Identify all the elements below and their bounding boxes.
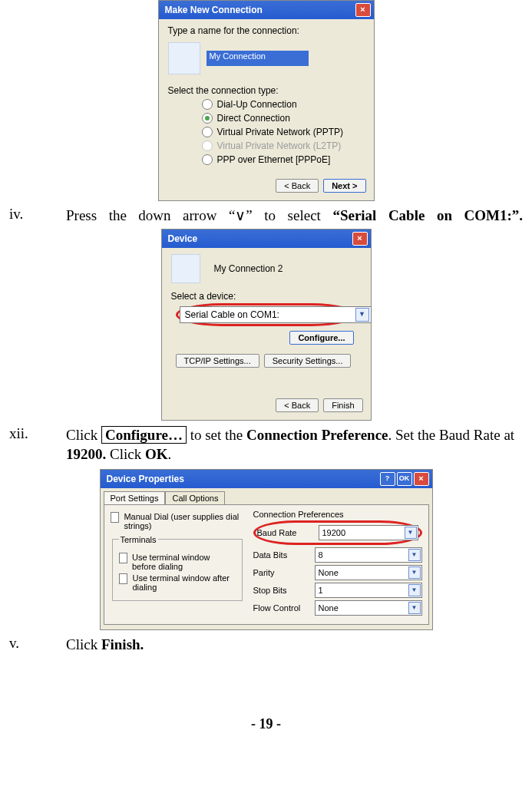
text: Press the down arrow “ xyxy=(66,207,235,223)
text: ” to select xyxy=(246,207,332,223)
tab-port-settings[interactable]: Port Settings xyxy=(104,491,166,504)
text-bold: Connection Preference xyxy=(246,427,388,443)
combo-value: None xyxy=(319,568,339,577)
tcpip-settings-button[interactable]: TCP/IP Settings... xyxy=(176,354,259,368)
close-icon[interactable]: × xyxy=(414,472,429,486)
text-bold: 19200. xyxy=(66,446,106,462)
instruction-step-v: v. Click Finish. xyxy=(9,635,523,655)
dialog-title: Make New Connection xyxy=(165,5,263,15)
device-properties-dialog: Device Properties ? OK × Port Settings C… xyxy=(100,469,433,630)
checkbox-icon xyxy=(111,512,120,523)
radio-label: Dial-Up Connection xyxy=(217,99,297,110)
connection-name-label: My Connection 2 xyxy=(214,263,283,274)
tab-call-options[interactable]: Call Options xyxy=(165,491,225,504)
back-button[interactable]: < Back xyxy=(276,398,319,412)
data-bits-combobox[interactable]: 8 ▼ xyxy=(315,547,422,563)
radio-vpn-l2tp: Virtual Private Network (L2TP) xyxy=(202,140,365,151)
combo-value: None xyxy=(319,603,339,613)
close-icon[interactable]: × xyxy=(352,232,368,246)
instruction-step-xii: xii. Click Configure… to set the Connect… xyxy=(9,425,523,464)
down-arrow-icon: ∨ xyxy=(235,207,246,223)
parity-label: Parity xyxy=(253,568,307,577)
chevron-down-icon[interactable]: ▼ xyxy=(408,584,421,596)
prompt-type-label: Select the connection type: xyxy=(168,85,365,96)
radio-label: Virtual Private Network (PPTP) xyxy=(217,127,344,137)
highlight-oval: Baud Rate 19200 ▼ xyxy=(253,520,422,545)
combo-value: 19200 xyxy=(322,528,346,537)
text: Click xyxy=(106,446,145,462)
checkbox-label: Use terminal window before dialing xyxy=(132,553,236,571)
connection-preferences-legend: Connection Preferences xyxy=(253,510,422,519)
chevron-down-icon[interactable]: ▼ xyxy=(405,527,417,539)
highlight-oval: Serial Cable on COM1: ▼ xyxy=(176,303,357,326)
prompt-name-label: Type a name for the connection: xyxy=(168,25,365,36)
configure-text-framed: Configure… xyxy=(101,426,187,444)
connection-name-input[interactable]: My Connection xyxy=(207,51,309,66)
ok-button[interactable]: OK xyxy=(397,472,412,486)
flow-control-label: Flow Control xyxy=(253,603,307,613)
close-icon[interactable]: × xyxy=(355,3,371,17)
device-combobox[interactable]: Serial Cable on COM1: ▼ xyxy=(180,306,372,323)
help-icon[interactable]: ? xyxy=(380,472,395,486)
checkbox-icon xyxy=(119,573,128,584)
combo-value: 8 xyxy=(319,550,323,560)
radio-label: PPP over Ethernet [PPPoE] xyxy=(217,154,331,165)
back-button[interactable]: < Back xyxy=(276,179,319,193)
text-bold: Finish. xyxy=(101,636,144,652)
text: Click xyxy=(66,427,101,443)
titlebar: Device Properties ? OK × xyxy=(101,470,432,488)
finish-button[interactable]: Finish xyxy=(323,398,362,412)
chevron-down-icon[interactable]: ▼ xyxy=(408,549,421,561)
radio-dialup[interactable]: Dial-Up Connection xyxy=(202,99,365,110)
radio-vpn-pptp[interactable]: Virtual Private Network (PPTP) xyxy=(202,127,365,137)
device-dialog: Device × My Connection 2 Select a device… xyxy=(161,229,372,421)
step-number: v. xyxy=(9,635,66,652)
manual-dial-checkbox[interactable]: Manual Dial (user supplies dial strings) xyxy=(111,512,244,530)
dialog-title: Device Properties xyxy=(107,474,184,484)
combo-value: Serial Cable on COM1: xyxy=(185,309,279,320)
radio-pppoe[interactable]: PPP over Ethernet [PPPoE] xyxy=(202,154,365,165)
text: to set the xyxy=(187,427,246,443)
connection-icon xyxy=(168,42,200,74)
radio-label: Virtual Private Network (L2TP) xyxy=(217,140,342,151)
checkbox-icon xyxy=(119,553,127,563)
radio-label: Direct Connection xyxy=(217,113,290,124)
dialog-title: Device xyxy=(168,233,198,244)
baud-rate-label: Baud Rate xyxy=(257,528,311,537)
terminal-after-checkbox[interactable]: Use terminal window after dialing xyxy=(119,573,236,592)
text: . xyxy=(167,446,171,462)
page-number: - 19 - xyxy=(9,716,523,732)
text-bold: “Serial Cable on COM1:”. xyxy=(332,207,523,223)
flow-control-combobox[interactable]: None ▼ xyxy=(315,600,422,616)
terminals-legend: Terminals xyxy=(119,535,158,544)
text-bold: OK xyxy=(145,446,168,462)
titlebar: Device × xyxy=(162,230,371,248)
text: . Set the Baud Rate at xyxy=(388,427,515,443)
security-settings-button[interactable]: Security Settings... xyxy=(264,354,352,368)
text: Click xyxy=(66,636,101,652)
terminal-before-checkbox[interactable]: Use terminal window before dialing xyxy=(119,553,236,571)
data-bits-label: Data Bits xyxy=(253,550,307,560)
chevron-down-icon[interactable]: ▼ xyxy=(355,308,369,322)
step-number: xii. xyxy=(9,425,66,442)
select-device-label: Select a device: xyxy=(171,291,362,302)
stop-bits-combobox[interactable]: 1 ▼ xyxy=(315,583,422,598)
configure-button[interactable]: Configure... xyxy=(289,331,353,345)
chevron-down-icon[interactable]: ▼ xyxy=(408,602,421,614)
radio-direct[interactable]: Direct Connection xyxy=(202,113,365,124)
checkbox-label: Use terminal window after dialing xyxy=(132,573,235,592)
stop-bits-label: Stop Bits xyxy=(253,586,307,595)
baud-rate-combobox[interactable]: 19200 ▼ xyxy=(319,525,418,540)
device-icon xyxy=(171,254,200,283)
checkbox-label: Manual Dial (user supplies dial strings) xyxy=(124,512,243,530)
instruction-step-iv: iv. Press the down arrow “∨” to select “… xyxy=(9,206,523,226)
combo-value: 1 xyxy=(319,586,323,595)
make-new-connection-dialog: Make New Connection × Type a name for th… xyxy=(158,0,375,201)
next-button[interactable]: Next > xyxy=(323,179,365,193)
chevron-down-icon[interactable]: ▼ xyxy=(408,566,421,579)
parity-combobox[interactable]: None ▼ xyxy=(315,565,422,580)
step-number: iv. xyxy=(9,206,66,223)
titlebar: Make New Connection × xyxy=(159,1,374,19)
